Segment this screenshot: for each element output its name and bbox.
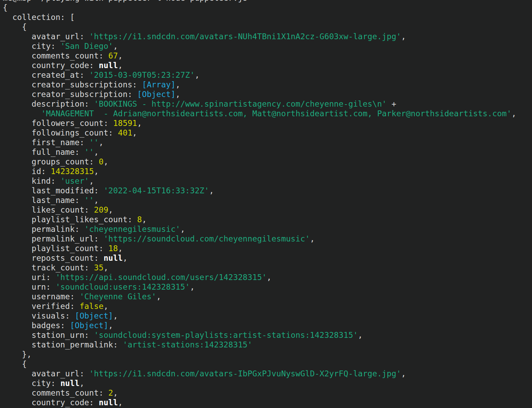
- plain-token: likes_count:: [3, 205, 94, 214]
- output-line: followers_count: 18591,: [3, 118, 532, 128]
- plain-token: },: [3, 350, 32, 359]
- output-line: created_at: '2015-03-09T05:23:27Z',: [3, 70, 532, 80]
- plain-token: comments_count:: [3, 388, 108, 397]
- output-line: avatar_url: 'https://i1.sndcdn.com/avata…: [3, 369, 532, 378]
- plain-token: last_modified:: [3, 186, 104, 195]
- plain-token: kind:: [3, 176, 60, 185]
- plain-token: followers_count:: [3, 119, 113, 128]
- plain-token: followings_count:: [3, 128, 118, 137]
- plain-token: creator_subscription:: [3, 90, 137, 99]
- string-token: 'https://i1.sndcdn.com/avatars-NUh4TBni1…: [89, 32, 401, 41]
- plain-token: permalink_url:: [3, 234, 104, 243]
- output-line: likes_count: 209,: [3, 205, 532, 215]
- plain-token: avatar_url:: [3, 32, 89, 41]
- plain-token: ,: [132, 128, 137, 137]
- output-line: {: [3, 22, 532, 32]
- plain-token: groups_count:: [3, 157, 99, 166]
- output-line: permalink: 'cheyennegilesmusic',: [3, 224, 532, 234]
- string-token: '': [84, 196, 94, 205]
- plain-token: ,: [209, 186, 214, 195]
- output-line: username: 'Cheyenne Giles',: [3, 292, 532, 301]
- output-line: full_name: '',: [3, 147, 532, 157]
- plain-token: ,: [156, 292, 161, 301]
- output-line: station_permalink: 'artist-stations:1423…: [3, 340, 532, 350]
- output-line: last_name: '',: [3, 195, 532, 205]
- output-line: first_name: '',: [3, 138, 532, 147]
- plain-token: city:: [3, 42, 60, 51]
- output-line: {: [3, 359, 532, 369]
- string-token: 'https://api.soundcloud.com/users/142328…: [55, 273, 267, 282]
- output-line: kind: 'user',: [3, 176, 532, 186]
- plain-token: ,: [118, 244, 123, 253]
- output-line: followings_count: 401,: [3, 128, 532, 138]
- plain-token: station_urn:: [3, 331, 94, 340]
- output-line: avatar_url: 'https://i1.sndcdn.com/avata…: [3, 32, 532, 41]
- terminal-output: me@mbp ~/playing-with-puppeteer % node p…: [0, 0, 532, 408]
- number-token: 35: [94, 263, 104, 272]
- output-line: playlist_likes_count: 8,: [3, 215, 532, 224]
- output-line: country_code: null,: [3, 398, 532, 407]
- number-token: 209: [94, 205, 108, 214]
- string-token: 'BOOKINGS - http://www.spinartistagency.…: [94, 99, 387, 108]
- plain-token: username:: [3, 292, 79, 301]
- number-token: 401: [118, 128, 132, 137]
- output-line: collection: [: [3, 12, 532, 22]
- plain-token: {: [3, 359, 27, 368]
- string-token: '2022-04-15T16:33:32Z': [104, 186, 209, 195]
- output-line: groups_count: 0,: [3, 157, 532, 167]
- number-token: 0: [99, 157, 104, 166]
- plain-token: creator_subscriptions:: [3, 80, 142, 89]
- number-token: 18: [108, 244, 118, 253]
- plain-token: uri:: [3, 273, 55, 282]
- output-line: creator_subscription: [Object],: [3, 89, 532, 99]
- plain-token: ,: [267, 273, 272, 282]
- null-token: null: [99, 398, 118, 407]
- number-token: 8: [137, 215, 142, 224]
- plain-token: visuals:: [3, 311, 75, 320]
- output-line: me@mbp ~/playing-with-puppeteer % node p…: [3, 0, 532, 3]
- plain-token: ,: [175, 80, 180, 89]
- output-line: station_urn: 'soundcloud:system-playlist…: [3, 330, 532, 340]
- output-line: comments_count: 2,: [3, 388, 532, 398]
- string-token: 'soundcloud:users:142328315': [55, 282, 190, 291]
- plain-token: city:: [3, 379, 60, 388]
- plain-token: comments_count:: [3, 51, 108, 60]
- string-token: '': [89, 138, 99, 147]
- plain-token: ,: [358, 331, 363, 340]
- plain-token: ,: [94, 167, 99, 176]
- output-line: creator_subscriptions: [Array],: [3, 80, 532, 89]
- plain-token: reposts_count:: [3, 254, 104, 262]
- output-line: uri: 'https://api.soundcloud.com/users/1…: [3, 272, 532, 282]
- output-line: permalink_url: 'https://soundcloud.com/c…: [3, 234, 532, 244]
- plain-token: ,: [108, 205, 113, 214]
- string-token: 'Cheyenne Giles': [79, 292, 156, 301]
- plain-token: station_permalink:: [3, 340, 123, 349]
- plain-token: id:: [3, 167, 51, 176]
- plain-token: {: [3, 3, 8, 12]
- plain-token: ,: [89, 176, 94, 185]
- plain-token: ,: [195, 71, 200, 79]
- null-token: null: [99, 61, 118, 70]
- string-token: 'artist-stations:142328315': [123, 340, 253, 349]
- output-line: },: [3, 350, 532, 359]
- null-token: null: [60, 379, 79, 388]
- output-line: country_code: null,: [3, 61, 532, 70]
- string-token: '': [84, 148, 94, 157]
- string-token: '2015-03-09T05:23:27Z': [89, 71, 195, 79]
- plain-token: ,: [79, 379, 84, 388]
- plain-token: country_code:: [3, 398, 99, 407]
- plain-token: ,: [310, 234, 315, 243]
- plain-token: verified:: [3, 302, 79, 311]
- output-line: badges: [Object],: [3, 321, 532, 330]
- plain-token: full_name:: [3, 148, 84, 157]
- number-token: 18591: [113, 119, 137, 128]
- plain-token: ,: [113, 42, 118, 51]
- plain-token: ,: [401, 32, 406, 41]
- plain-token: ,: [175, 90, 180, 99]
- output-line: verified: false,: [3, 301, 532, 311]
- output-line: playlist_count: 18,: [3, 244, 532, 253]
- object-ref-token: [Array]: [142, 80, 175, 89]
- plain-token: ,: [108, 321, 113, 330]
- plain-token: ,: [137, 119, 142, 128]
- string-token: 'MANAGEMENT - Adrian@northsideartists.co…: [41, 109, 512, 118]
